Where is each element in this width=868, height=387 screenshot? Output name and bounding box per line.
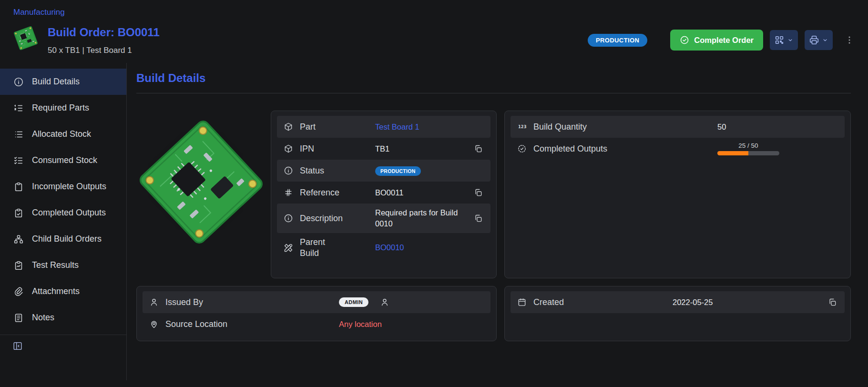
- calendar-icon: [517, 297, 527, 307]
- section-title: Build Details: [136, 71, 851, 85]
- sidebar: Build Details Required Parts Allocated S…: [0, 63, 127, 380]
- complete-order-button[interactable]: Complete Order: [670, 30, 763, 51]
- quantity-panel: 123 Build Quantity 50 Completed Outputs …: [504, 111, 851, 278]
- collapse-panel-icon: [12, 341, 23, 351]
- part-thumbnail[interactable]: [13, 26, 38, 51]
- created-value: 2022-05-25: [673, 298, 827, 307]
- test-report-icon: [13, 260, 24, 271]
- breadcrumb: Manufacturing: [0, 0, 868, 21]
- detail-row-status: Status PRODUCTION: [277, 160, 490, 182]
- package-icon: [284, 144, 293, 153]
- sidebar-item-required-parts[interactable]: Required Parts: [0, 95, 126, 121]
- parent-build-link[interactable]: BO0010: [375, 243, 484, 252]
- copy-button[interactable]: [827, 297, 838, 308]
- detail-label: Source Location: [165, 319, 227, 329]
- circle-check-icon: [680, 35, 689, 45]
- sidebar-item-label: Test Results: [32, 260, 79, 270]
- detail-label: Reference: [300, 188, 339, 198]
- sidebar-item-child-build-orders[interactable]: Child Build Orders: [0, 226, 126, 252]
- part-link[interactable]: Test Board 1: [375, 122, 484, 132]
- section-divider: [136, 93, 851, 93]
- sidebar-item-incomplete-outputs[interactable]: Incomplete Outputs: [0, 173, 126, 200]
- package-icon: [284, 122, 293, 132]
- chevron-down-icon: [822, 37, 828, 43]
- detail-row-completed-outputs: Completed Outputs 25 / 50: [511, 138, 845, 160]
- barcode-actions-button[interactable]: [770, 30, 798, 50]
- build-details-panel: Part Test Board 1 IPN TB1: [271, 111, 497, 278]
- issue-panel: Issued By ADMIN Source Location Any loca…: [136, 286, 497, 341]
- description-value: Required parts for Build 0010: [375, 207, 473, 229]
- copy-button[interactable]: [473, 213, 484, 224]
- sidebar-item-label: Build Details: [32, 77, 80, 87]
- dots-vertical-icon: [844, 35, 855, 45]
- copy-button[interactable]: [473, 143, 484, 154]
- sidebar-item-allocated-stock[interactable]: Allocated Stock: [0, 121, 126, 147]
- info-circle-icon: [284, 214, 293, 223]
- build-quantity-value: 50: [717, 122, 838, 132]
- list-numbers-icon: [13, 103, 24, 113]
- reference-value: BO0011: [375, 188, 473, 197]
- progress-fill: [717, 151, 748, 155]
- sitemap-icon: [13, 234, 24, 244]
- sidebar-item-label: Incomplete Outputs: [32, 182, 106, 192]
- info-circle-icon: [284, 166, 293, 175]
- sidebar-item-consumed-stock[interactable]: Consumed Stock: [0, 147, 126, 173]
- detail-row-description: Description Required parts for Build 001…: [277, 204, 490, 233]
- clipboard-icon: [13, 182, 24, 192]
- sidebar-item-build-details[interactable]: Build Details: [0, 69, 126, 95]
- detail-label: Issued By: [165, 297, 203, 307]
- detail-row-source-location: Source Location Any location: [143, 313, 490, 335]
- details-grid: Part Test Board 1 IPN TB1: [136, 111, 851, 341]
- copy-button[interactable]: [473, 187, 484, 198]
- progress-text: 25 / 50: [717, 142, 779, 149]
- sidebar-item-notes[interactable]: Notes: [0, 305, 126, 331]
- print-actions-button[interactable]: [805, 30, 833, 50]
- sidebar-item-completed-outputs[interactable]: Completed Outputs: [0, 200, 126, 226]
- more-actions-button[interactable]: [844, 35, 855, 45]
- ipn-value: TB1: [375, 144, 473, 153]
- detail-label: Status: [300, 166, 324, 176]
- sidebar-item-test-results[interactable]: Test Results: [0, 252, 126, 278]
- pcb-image: [131, 112, 271, 252]
- svg-text:123: 123: [518, 124, 527, 129]
- page-header: Build Order: BO0011 50 x TB1 | Test Boar…: [0, 21, 868, 63]
- detail-label: Completed Outputs: [533, 144, 607, 154]
- detail-label: Parent Build: [300, 237, 329, 258]
- detail-row-reference: Reference BO0011: [277, 182, 490, 204]
- sidebar-item-label: Child Build Orders: [32, 234, 102, 244]
- hash-icon: [284, 188, 293, 197]
- created-panel: Created 2022-05-25: [504, 286, 851, 341]
- detail-label: Part: [300, 122, 316, 132]
- pcb-thumbnail-image: [12, 25, 39, 51]
- collapse-sidebar-button[interactable]: [12, 341, 23, 351]
- list-icon: [13, 129, 24, 140]
- detail-label: Build Quantity: [533, 122, 587, 132]
- completed-outputs-progress: 25 / 50: [717, 142, 779, 155]
- user-icon: [380, 297, 389, 307]
- detail-label: Description: [300, 214, 343, 224]
- sidebar-item-attachments[interactable]: Attachments: [0, 278, 126, 305]
- source-location-value: Any location: [339, 320, 484, 329]
- detail-row-issued-by: Issued By ADMIN: [143, 291, 490, 313]
- tools-icon: [284, 243, 293, 253]
- copy-icon: [474, 144, 483, 153]
- page-subtitle: 50 x TB1 | Test Board 1: [48, 46, 160, 55]
- detail-label: IPN: [300, 144, 314, 154]
- map-pin-icon: [149, 319, 159, 329]
- part-image[interactable]: [136, 111, 266, 254]
- copy-icon: [828, 298, 837, 307]
- clipboard-check-icon: [13, 208, 24, 218]
- chevron-down-icon: [787, 37, 794, 43]
- sidebar-item-label: Completed Outputs: [32, 208, 106, 218]
- clock-check-icon: [517, 144, 527, 153]
- detail-row-created: Created 2022-05-25: [511, 291, 845, 313]
- issued-by-badge: ADMIN: [339, 297, 368, 307]
- title-block: Build Order: BO0011 50 x TB1 | Test Boar…: [48, 26, 160, 55]
- detail-row-part: Part Test Board 1: [277, 116, 490, 138]
- info-circle-icon: [13, 77, 24, 87]
- status-badge-small: PRODUCTION: [375, 166, 421, 176]
- notes-icon: [13, 313, 24, 323]
- detail-row-parent-build: Parent Build BO0010: [277, 233, 490, 262]
- sidebar-item-label: Allocated Stock: [32, 129, 91, 139]
- breadcrumb-manufacturing[interactable]: Manufacturing: [13, 8, 65, 17]
